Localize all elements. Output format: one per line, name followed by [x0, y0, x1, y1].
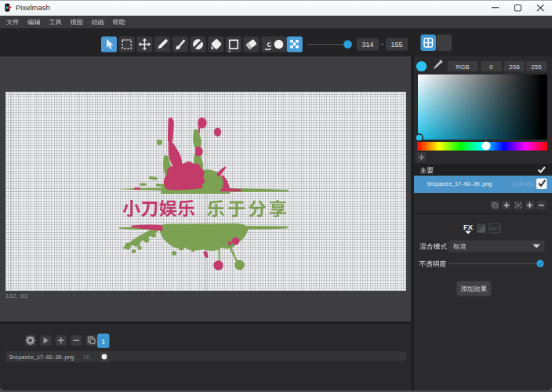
svg-text:RST: RST — [490, 227, 499, 231]
svg-text:255: 255 — [531, 64, 542, 71]
svg-text:1: 1 — [101, 338, 105, 346]
svg-text:RGB: RGB — [456, 64, 469, 71]
svg-text:Snipaste_17-02-20.png: Snipaste_17-02-20.png — [9, 354, 74, 361]
svg-text:Pixelmash: Pixelmash — [16, 3, 50, 12]
svg-text:FX: FX — [463, 223, 474, 231]
svg-text:0: 0 — [489, 64, 493, 71]
svg-text:IE: IE — [83, 354, 90, 361]
svg-text:314: 314 — [361, 41, 373, 49]
svg-text:208: 208 — [509, 64, 520, 71]
svg-text:155: 155 — [390, 41, 402, 49]
svg-text:314x155: 314x155 — [512, 181, 535, 187]
svg-text:Snipaste_17-02-20.png: Snipaste_17-02-20.png — [427, 181, 492, 187]
